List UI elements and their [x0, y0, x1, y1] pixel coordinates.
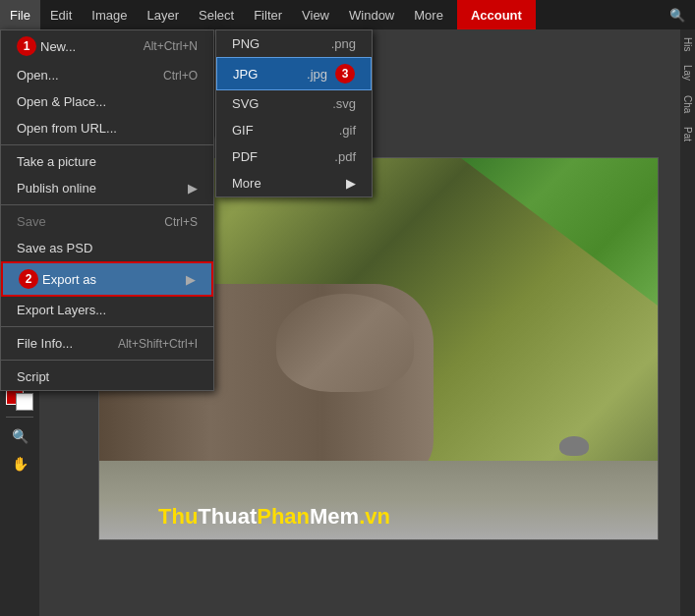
menu-open-label: Open... [17, 68, 59, 83]
watermark-phan: Phan [257, 504, 310, 529]
panel-layers[interactable]: Lay [682, 65, 693, 81]
export-gif-ext: .gif [339, 123, 356, 138]
step-badge-1: 1 [17, 36, 36, 56]
watermark-vn: .vn [359, 504, 390, 529]
menu-item-save[interactable]: Save Ctrl+S [1, 208, 213, 235]
menu-new-shortcut: Alt+Ctrl+N [144, 39, 198, 53]
menu-script-label: Script [17, 369, 49, 384]
export-more-arrow-icon: ▶ [346, 176, 356, 191]
export-item-more[interactable]: More ▶ [216, 170, 372, 196]
separator-2 [1, 204, 213, 205]
menu-file-info-label: File Info... [17, 336, 73, 351]
panel-history[interactable]: His [682, 37, 693, 51]
search-icon: 🔍 [669, 8, 685, 23]
export-item-png[interactable]: PNG .png [216, 30, 372, 57]
export-png-ext: .png [331, 36, 356, 51]
background-color[interactable] [16, 393, 33, 411]
menu-item-open[interactable]: Open... Ctrl+O [1, 62, 213, 88]
export-pdf-ext: .pdf [334, 149, 356, 164]
menu-layer[interactable]: Layer [138, 0, 190, 29]
menu-window[interactable]: Window [339, 0, 404, 29]
export-item-gif[interactable]: GIF .gif [216, 117, 372, 143]
panel-paths[interactable]: Pat [682, 127, 693, 141]
separator-1 [1, 144, 213, 145]
menu-item-export-as[interactable]: 2 Export as ▶ [1, 261, 213, 297]
export-item-svg[interactable]: SVG .svg [216, 90, 372, 117]
export-item-pdf[interactable]: PDF .pdf [216, 143, 372, 170]
image-cat-head [276, 294, 414, 392]
menu-view[interactable]: View [292, 0, 339, 29]
export-png-label: PNG [232, 36, 260, 51]
export-gif-label: GIF [232, 123, 254, 138]
watermark: ThuThuatPhanMem.vn [158, 504, 390, 530]
menu-open-place-label: Open & Place... [17, 94, 106, 109]
menu-save-label: Save [17, 214, 46, 229]
step-badge-3: 3 [335, 64, 355, 84]
menu-item-publish[interactable]: Publish online ▶ [1, 175, 213, 201]
export-jpg-label: JPG [233, 67, 258, 82]
menu-save-psd-label: Save as PSD [17, 241, 92, 255]
search-button[interactable]: 🔍 [660, 0, 695, 29]
tool-hand[interactable]: ✋ [6, 451, 33, 476]
menu-item-new[interactable]: 1 New... Alt+Ctrl+N [1, 30, 213, 62]
menu-export-layers-label: Export Layers... [17, 303, 106, 317]
file-dropdown: 1 New... Alt+Ctrl+N Open... Ctrl+O Open … [0, 29, 214, 391]
menu-open-shortcut: Ctrl+O [163, 69, 198, 83]
menu-edit[interactable]: Edit [40, 0, 82, 29]
menu-filter[interactable]: Filter [244, 0, 292, 29]
menu-item-script[interactable]: Script [1, 364, 213, 390]
export-submenu: PNG .png JPG .jpg 3 SVG .svg GIF .gif PD… [215, 29, 373, 197]
watermark-thuat: Thuat [198, 504, 257, 529]
export-as-arrow-icon: ▶ [186, 272, 196, 287]
menu-item-open-place[interactable]: Open & Place... [1, 88, 213, 115]
menu-export-as-label: Export as [42, 272, 96, 287]
step-badge-2: 2 [19, 269, 38, 289]
separator-4 [1, 360, 213, 361]
export-item-jpg[interactable]: JPG .jpg 3 [216, 57, 372, 90]
menubar: File Edit Image Layer Select Filter View… [0, 0, 695, 29]
menu-file[interactable]: File [0, 0, 40, 29]
menu-image[interactable]: Image [82, 0, 137, 29]
menu-file-info-shortcut: Alt+Shift+Ctrl+I [118, 337, 198, 351]
export-svg-label: SVG [232, 96, 259, 111]
menu-take-picture-label: Take a picture [17, 154, 96, 169]
separator-3 [1, 326, 213, 327]
image-greenery [461, 158, 658, 306]
tool-separator-5 [6, 417, 33, 418]
menu-account[interactable]: Account [457, 0, 536, 29]
menu-save-shortcut: Ctrl+S [164, 215, 198, 229]
menu-publish-label: Publish online [17, 181, 96, 196]
export-svg-ext: .svg [332, 96, 356, 111]
menu-open-url-label: Open from URL... [17, 121, 117, 136]
menu-select[interactable]: Select [189, 0, 244, 29]
menu-item-take-picture[interactable]: Take a picture [1, 148, 213, 175]
menu-item-open-url[interactable]: Open from URL... [1, 115, 213, 141]
menu-item-file-info[interactable]: File Info... Alt+Shift+Ctrl+I [1, 330, 213, 357]
panel-channels[interactable]: Cha [682, 95, 693, 113]
menu-item-export-layers[interactable]: Export Layers... [1, 297, 213, 323]
right-panel: His Lay Cha Pat [680, 29, 695, 616]
publish-arrow-icon: ▶ [188, 181, 198, 196]
menu-item-save-psd[interactable]: Save as PSD [1, 235, 213, 261]
watermark-thu: Thu [158, 504, 198, 529]
image-mouse [559, 436, 589, 456]
menu-new-label: New... [40, 39, 76, 54]
tool-zoom[interactable]: 🔍 [6, 423, 33, 449]
export-pdf-label: PDF [232, 149, 258, 164]
watermark-mem: Mem [310, 504, 359, 529]
export-jpg-ext: .jpg [307, 67, 327, 82]
export-more-label: More [232, 176, 261, 191]
menu-more[interactable]: More [404, 0, 453, 29]
